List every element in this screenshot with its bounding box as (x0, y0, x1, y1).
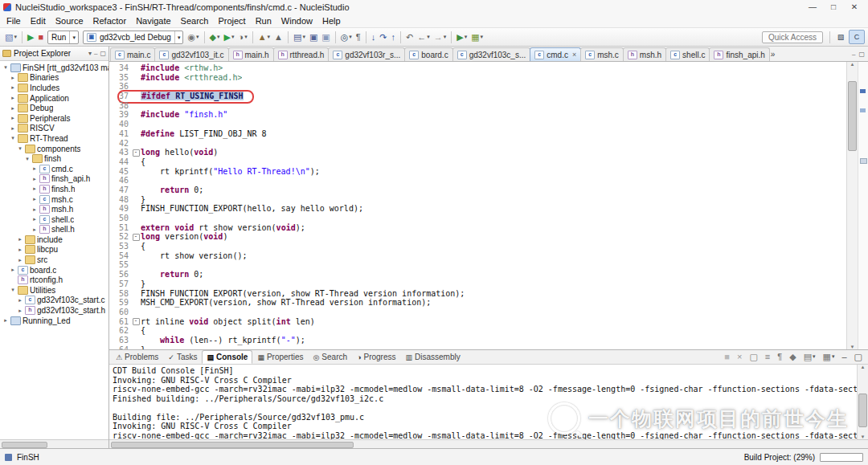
overview-ruler[interactable] (858, 62, 868, 349)
tree-item-binaries[interactable]: ▸Binaries (0, 73, 108, 84)
occurrence-marker[interactable] (860, 108, 866, 112)
menu-source[interactable]: Source (51, 16, 88, 26)
tab-msh-c[interactable]: cmsh.c (580, 47, 624, 61)
coverage-icon[interactable]: ▦▾ (469, 30, 485, 44)
tree-item-components[interactable]: ▾components (0, 144, 108, 154)
tree-item-finsh-rtt-gd32vf103-ma[interactable]: ▾FinSH [rtt_gd32vf103 ma (0, 63, 108, 73)
expand-arrow-icon[interactable]: ▾ (10, 287, 16, 293)
close-window-button[interactable]: ✕ (844, 0, 865, 14)
menu-project[interactable]: Project (213, 16, 250, 26)
console-tab-properties[interactable]: ▦Properties (252, 350, 308, 364)
resume-icon[interactable]: ▶ (26, 30, 35, 44)
external-tools-icon[interactable]: ▶▾ (455, 30, 469, 44)
launch-target-combo[interactable]: ▣ gd32vcb_led Debug ▾ (83, 31, 183, 44)
expand-arrow-icon[interactable]: ▸ (17, 297, 23, 304)
tree-item-gd32vf103c-start-h[interactable]: ▸hgd32vf103c_start.h (0, 305, 108, 316)
code-line-57[interactable]: 57} (109, 279, 846, 289)
maximize-window-button[interactable]: □ (823, 0, 844, 14)
expand-arrow-icon[interactable]: ▸ (10, 75, 16, 81)
code-line-45[interactable]: 45 rt_kprintf("Hello RT-Thread!\n"); (109, 167, 846, 177)
code-line-38[interactable]: 38 (109, 101, 846, 111)
code-line-54[interactable]: 54 rt_show_version(); (109, 251, 846, 261)
code-line-61[interactable]: 61-rt_inline void object_split(int len) (109, 317, 846, 327)
expand-arrow-icon[interactable]: ▸ (10, 95, 16, 101)
explorer-horizontal-scrollbar[interactable] (0, 439, 108, 448)
code-line-52[interactable]: 52-long version(void) (109, 232, 846, 242)
run-config-combo[interactable]: Run ▾ (47, 31, 79, 44)
scrollbar-thumb[interactable] (2, 442, 47, 448)
save-icon[interactable]: ▣ (308, 30, 319, 44)
console-vertical-scrollbar[interactable]: ▲ ▼ (857, 365, 868, 439)
expand-arrow-icon[interactable]: ▸ (10, 105, 16, 112)
code-line-48[interactable]: 48} (109, 195, 846, 205)
code-line-64[interactable]: 64} (109, 345, 846, 349)
tree-item-include[interactable]: ▸include (0, 235, 108, 245)
menu-run[interactable]: Run (251, 16, 276, 26)
expand-arrow-icon[interactable]: ▸ (17, 247, 23, 253)
expand-arrow-icon[interactable]: ▸ (31, 165, 38, 172)
chevron-down-icon[interactable]: ▾ (69, 31, 78, 43)
maximize-icon[interactable]: ▢ (853, 349, 864, 364)
menu-refactor[interactable]: Refactor (88, 16, 132, 26)
console-tab-problems[interactable]: ⚠Problems (111, 350, 163, 364)
code-line-50[interactable]: 50 (109, 214, 846, 223)
expand-arrow-icon[interactable]: ▸ (17, 257, 23, 263)
tab-cmd-c[interactable]: ccmd.c× (530, 47, 581, 61)
console-output[interactable]: CDT Build Console [FinSH]Invoking: GNU R… (109, 365, 857, 439)
console-tab-tasks[interactable]: ✓Tasks (163, 350, 202, 364)
scroll-up-arrow-icon[interactable]: ▲ (850, 62, 855, 67)
console-tab-progress[interactable]: ◑Progress (352, 350, 400, 364)
code-line-37[interactable]: 37#ifdef RT_USING_FINSH (109, 92, 846, 101)
terminate-icon[interactable]: ■ (36, 30, 45, 44)
tab-main-h[interactable]: hmain.h (228, 47, 274, 61)
code-line-55[interactable]: 55 (109, 260, 846, 270)
minimize-icon[interactable]: – (840, 349, 848, 364)
tab-gd32vf103-it-c[interactable]: cgd32vf103_it.c (154, 47, 228, 61)
expand-arrow-icon[interactable]: ▸ (31, 186, 38, 192)
code-line-41[interactable]: 41#define LIST_FIND_OBJ_NR 8 (109, 129, 846, 139)
last-edit-icon[interactable]: ↶ (404, 30, 415, 44)
close-terminated-icon[interactable]: × (735, 349, 743, 364)
minimize-window-button[interactable]: — (802, 0, 823, 14)
menu-file[interactable]: File (2, 16, 26, 26)
console-horizontal-scrollbar[interactable] (109, 439, 868, 448)
collapse-icon[interactable]: - (133, 318, 140, 325)
tab-gd32vf103r-s[interactable]: cgd32vf103r_s... (328, 47, 405, 61)
open-console-icon[interactable]: ▦▾ (821, 349, 837, 364)
step-over-icon[interactable]: ↷ (378, 30, 388, 44)
tree-item-peripherals[interactable]: ▸Peripherals (0, 113, 108, 124)
expand-arrow-icon[interactable]: ▾ (24, 156, 31, 162)
tab-overflow-chevron[interactable]: » (771, 50, 776, 59)
tree-item-shell-c[interactable]: ▸cshell.c (0, 214, 108, 225)
code-line-49[interactable]: 49FINSH_FUNCTION_EXPORT(hello, say hello… (109, 204, 846, 214)
build-all-icon[interactable]: ▲ (272, 30, 285, 44)
step-into-icon[interactable]: ↓ (370, 30, 378, 44)
tab-msh-h[interactable]: hmsh.h (623, 47, 666, 61)
expand-arrow-icon[interactable]: ▸ (31, 226, 38, 233)
collapse-icon[interactable]: - (133, 149, 140, 157)
tree-item-running-led[interactable]: ▸Running_Led (0, 316, 108, 326)
maximize-editor-icon[interactable]: ▢ (858, 51, 865, 58)
tree-item-board-c[interactable]: ▸cboard.c (0, 265, 108, 275)
expand-arrow-icon[interactable]: ▸ (10, 115, 16, 121)
save-all-icon[interactable]: ▣ (320, 30, 331, 44)
debug-icon[interactable]: ◆▾ (208, 30, 222, 44)
new-wizard-icon[interactable]: ▧▾ (3, 30, 18, 44)
code-line-42[interactable]: 42 (109, 139, 846, 149)
expand-arrow-icon[interactable]: ▸ (17, 236, 23, 243)
menu-window[interactable]: Window (276, 16, 317, 26)
menu-navigate[interactable]: Navigate (131, 16, 175, 26)
tree-item-rtconfig-h[interactable]: hrtconfig.h (0, 275, 108, 285)
expand-arrow-icon[interactable]: ▾ (10, 135, 16, 141)
step-return-icon[interactable]: ↑ (389, 30, 397, 44)
toggle-mark-icon[interactable]: ¶ (354, 30, 362, 44)
expand-arrow-icon[interactable]: ▾ (17, 145, 23, 152)
code-line-58[interactable]: 58FINSH_FUNCTION_EXPORT(version, show RT… (109, 289, 846, 299)
close-tab-icon[interactable]: × (572, 51, 576, 59)
expand-arrow-icon[interactable]: ▸ (10, 267, 16, 273)
expand-arrow-icon[interactable]: ▸ (10, 125, 16, 132)
code-line-43[interactable]: 43-long hello(void) (109, 148, 846, 157)
scrollbar-thumb[interactable] (848, 81, 857, 151)
code-line-44[interactable]: 44{ (109, 157, 846, 167)
tab-gd32vf103c-s[interactable]: cgd32vf103c_s... (452, 47, 531, 61)
